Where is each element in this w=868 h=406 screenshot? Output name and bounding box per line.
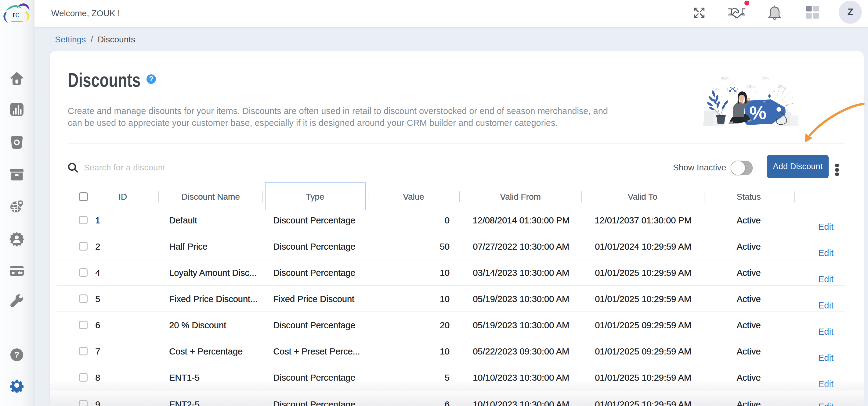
svg-text:30%: 30% <box>747 84 756 89</box>
svg-text:75%: 75% <box>777 83 786 90</box>
svg-text:?: ? <box>14 350 20 359</box>
svg-text:50%: 50% <box>762 76 769 80</box>
svg-text:20%: 20% <box>720 75 729 81</box>
svg-text:%: % <box>749 102 767 124</box>
